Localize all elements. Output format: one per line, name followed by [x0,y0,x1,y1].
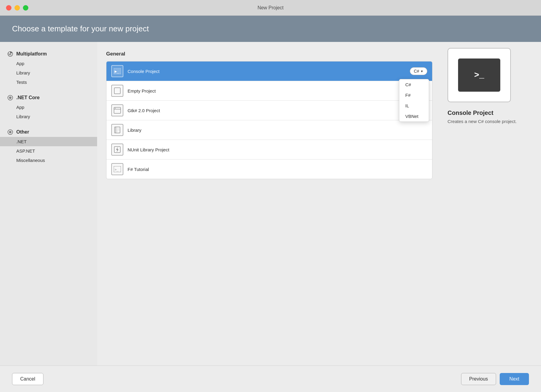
language-dropdown-menu: C# F# IL VBNet [399,79,429,122]
sidebar-item-other-miscellaneous[interactable]: Miscellaneous [0,156,97,165]
dropdown-option-vbnet[interactable]: VBNet [399,111,429,122]
minimize-button[interactable] [14,5,20,11]
sidebar-section-title-dotnetcore[interactable]: .NET Core [0,93,97,103]
template-item-console-project[interactable]: ▶_ Console Project C# ▼ C# F# IL VBNet [106,62,432,81]
maximize-button[interactable] [23,5,28,11]
dotnetcore-label: .NET Core [16,95,40,100]
window-icon [114,107,121,114]
window-controls [6,5,28,11]
dropdown-arrow-icon: ▼ [420,70,423,73]
sidebar-item-multiplatform-library[interactable]: Library [0,68,97,77]
console-project-name: Console Project [128,69,410,74]
dropdown-option-csharp[interactable]: C# [399,79,429,90]
footer-actions: Previous Next [461,373,529,385]
language-dropdown-button[interactable]: C# ▼ [410,67,427,75]
preview-panel: >_ Console Project Creates a new C# cons… [438,42,541,365]
preview-title: Console Project [448,109,493,116]
multiplatform-icon [7,51,13,57]
preview-terminal-text: >_ [474,71,484,80]
svg-rect-9 [114,88,120,94]
gtk-project-icon [111,104,123,116]
sidebar-item-multiplatform-app[interactable]: App [0,59,97,68]
template-item-fsharp-tutorial[interactable]: >_ F# Tutorial [106,160,432,179]
next-button[interactable]: Next [500,373,529,385]
dropdown-option-fsharp[interactable]: F# [399,90,429,100]
fsharp-tutorial-name: F# Tutorial [128,167,427,172]
svg-marker-19 [116,147,119,152]
other-label: Other [16,129,29,135]
section-title: General [106,51,432,57]
library-name: Library [128,128,427,133]
library-icon [111,124,123,136]
template-item-gtk-project[interactable]: Gtk# 2.0 Project [106,101,432,120]
svg-point-3 [10,97,11,98]
main-area: Multiplatform App Library Tests .NET Cor… [0,42,541,365]
empty-icon [114,87,121,94]
sidebar-item-other-aspnet[interactable]: ASP.NET [0,146,97,156]
sidebar-section-multiplatform: Multiplatform App Library Tests [0,49,97,87]
nunit-icon [111,144,123,156]
window-title: New Project [258,5,283,11]
terminal2-icon: >_ [114,166,121,172]
svg-point-6 [10,132,11,133]
template-list: ▶_ Console Project C# ▼ C# F# IL VBNet [106,61,432,179]
fsharp-tutorial-icon: >_ [111,163,123,175]
cancel-button[interactable]: Cancel [12,373,43,385]
sidebar-item-dotnetcore-app[interactable]: App [0,103,97,112]
nunit-name: NUnit Library Project [128,147,427,152]
sidebar: Multiplatform App Library Tests .NET Cor… [0,42,97,365]
title-bar: New Project [0,0,541,16]
sidebar-item-dotnetcore-library[interactable]: Library [0,112,97,121]
template-item-nunit-library[interactable]: NUnit Library Project [106,140,432,160]
other-icon [7,129,13,135]
close-button[interactable] [6,5,11,11]
dropdown-option-il[interactable]: IL [399,100,429,111]
page-header: Choose a template for your new project [0,16,541,42]
template-section: General ▶_ Console Project C# ▼ [97,42,438,365]
sidebar-section-other: Other .NET ASP.NET Miscellaneous [0,127,97,165]
page-subtitle: Choose a template for your new project [12,24,529,33]
svg-text:>_: >_ [115,168,119,172]
empty-project-icon [111,85,123,97]
right-panel: General ▶_ Console Project C# ▼ [97,42,541,365]
template-item-empty-project[interactable]: Empty Project [106,81,432,101]
sidebar-section-title-other[interactable]: Other [0,127,97,137]
dotnet-core-icon [7,95,13,101]
gtk-project-name: Gtk# 2.0 Project [128,108,427,113]
preview-description: Creates a new C# console project. [448,119,517,124]
empty-project-name: Empty Project [128,88,427,93]
preview-terminal: >_ [458,58,500,92]
sidebar-item-multiplatform-tests[interactable]: Tests [0,77,97,87]
template-item-library[interactable]: Library [106,120,432,140]
bolt-icon [114,146,121,153]
sidebar-section-dotnetcore: .NET Core App Library [0,93,97,121]
preview-icon-box: >_ [448,48,511,102]
footer: Cancel Previous Next [0,365,541,392]
previous-button[interactable]: Previous [461,373,496,385]
console-project-icon: ▶_ [111,65,123,77]
svg-point-12 [115,108,115,109]
sidebar-item-other-dotnet[interactable]: .NET [0,137,97,146]
svg-text:▶_: ▶_ [115,69,119,74]
sidebar-section-title-multiplatform[interactable]: Multiplatform [0,49,97,59]
book-icon [114,127,121,133]
multiplatform-label: Multiplatform [16,51,47,57]
terminal-icon: ▶_ [114,68,121,74]
language-dropdown-value: C# [414,69,419,74]
